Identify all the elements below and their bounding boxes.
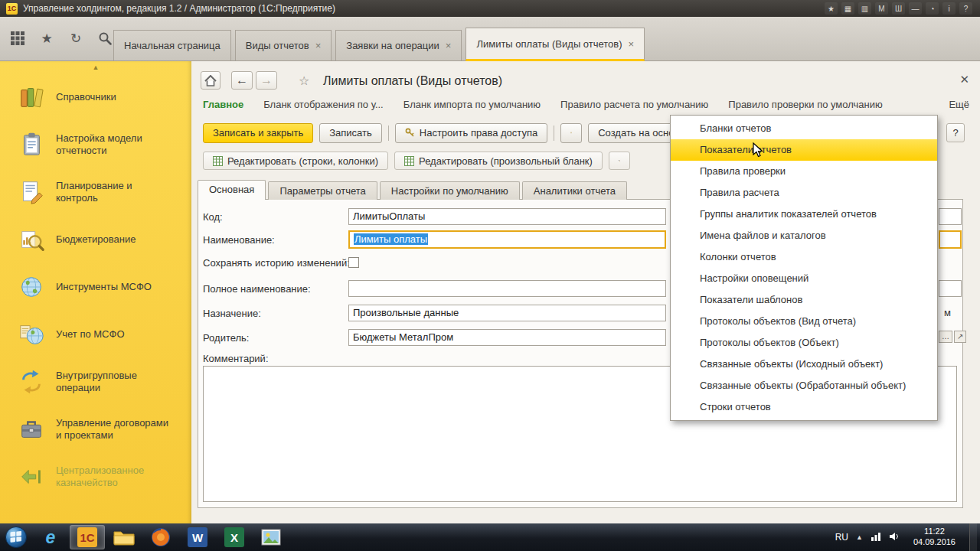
purpose-input[interactable]: Произвольные данные — [348, 305, 666, 321]
report-book-icon[interactable] — [560, 123, 582, 143]
name-input[interactable]: Лимиты оплаты — [348, 230, 666, 249]
form-tab[interactable]: Настройки по умолчанию — [380, 181, 520, 200]
clock-time: 11:22 — [913, 527, 956, 537]
menu-item[interactable]: Бланк отображения по у... — [263, 99, 384, 110]
dropdown-item[interactable]: Протоколы объектов (Объект) — [671, 332, 937, 354]
sidebar-item[interactable]: Инструменты МСФО — [0, 263, 191, 311]
sidebar-item[interactable]: Настройка модели отчетности — [0, 121, 191, 168]
save-history-checkbox[interactable] — [348, 257, 359, 268]
save-and-close-button[interactable]: Записать и закрыть — [203, 123, 313, 143]
menu-item[interactable]: Бланк импорта по умолчанию — [403, 99, 541, 110]
favorites-star-icon[interactable]: ★ — [38, 30, 55, 47]
edit-rows-columns-button[interactable]: Редактировать (строки, колонки) — [203, 152, 388, 170]
taskbar-word[interactable]: W — [180, 525, 215, 549]
open-button[interactable]: ↗ — [954, 331, 966, 343]
hidden-field-fragment[interactable] — [939, 208, 962, 225]
app-tab[interactable]: Лимиты оплаты (Виды отчетов)× — [466, 28, 645, 61]
dropdown-item[interactable]: Показатели отчетов — [671, 139, 937, 161]
parent-input[interactable]: Бюджеты МеталПром — [348, 329, 666, 346]
choose-button[interactable]: … — [939, 331, 952, 343]
save-button[interactable]: Записать — [319, 123, 382, 143]
help-icon[interactable]: ? — [959, 2, 972, 15]
taskbar-1c-enterprise[interactable]: 1С — [70, 525, 105, 549]
dropdown-item[interactable]: Показатели шаблонов — [671, 289, 937, 311]
code-input[interactable]: ЛимитыОплаты — [348, 208, 666, 225]
sidebar-item[interactable]: Планирование и контроль — [0, 168, 191, 216]
letter-m-icon[interactable]: M — [875, 2, 888, 15]
sidebar-item[interactable]: Внутригрупповые операции — [0, 358, 191, 406]
menu-item[interactable]: Главное — [203, 99, 243, 110]
sidebar-item[interactable]: Учет по МСФО — [0, 311, 191, 358]
sidebar-item[interactable]: Бюджетирование — [0, 216, 191, 263]
app-tab[interactable]: Виды отчетов× — [235, 30, 332, 60]
star-icon[interactable]: ★ — [825, 2, 838, 15]
dropdown-item[interactable]: Правила проверки — [671, 161, 937, 182]
start-button[interactable] — [0, 523, 32, 551]
close-tab-icon[interactable]: × — [315, 40, 322, 51]
letter-sh-icon[interactable]: Ш — [892, 2, 905, 15]
dropdown-item[interactable]: Протоколы объектов (Вид отчета) — [671, 311, 937, 332]
close-tab-icon[interactable]: × — [446, 40, 452, 51]
dropdown-item[interactable]: Строки отчетов — [671, 396, 937, 418]
access-rights-button[interactable]: Настроить права доступа — [395, 123, 547, 143]
sidebar-item-label: Централизованное казначейство — [56, 465, 175, 490]
full-name-input[interactable] — [348, 280, 666, 297]
close-form-icon[interactable]: ✕ — [959, 73, 969, 86]
network-icon[interactable] — [871, 532, 881, 543]
dropdown-item[interactable]: Группы аналитик показателей отчетов — [671, 204, 937, 225]
dropdown-item[interactable]: Настройки оповещений — [671, 268, 937, 289]
volume-icon[interactable] — [889, 532, 900, 543]
scroll-up-icon[interactable]: ▲ — [0, 61, 191, 73]
field-buttons-fragment: … ↗ — [939, 331, 966, 343]
dropdown-item[interactable]: Имена файлов и каталогов — [671, 225, 937, 246]
sidebar-item[interactable]: Справочники — [0, 73, 191, 121]
sections-menu-icon[interactable] — [9, 30, 26, 47]
taskbar-explorer-folder[interactable] — [106, 525, 142, 549]
taskbar-firefox[interactable] — [143, 525, 178, 549]
clock-icon[interactable]: ◔ — [926, 2, 939, 15]
forward-arrow-icon[interactable]: → — [256, 71, 277, 90]
dropdown-item[interactable]: Колонки отчетов — [671, 246, 937, 268]
favorite-star-icon[interactable]: ☆ — [299, 73, 309, 88]
calculator-icon[interactable]: ▥ — [858, 2, 871, 15]
dropdown-item[interactable]: Бланки отчетов — [671, 118, 937, 139]
history-icon[interactable]: ↻ — [67, 30, 84, 47]
menu-item[interactable]: Правило проверки по умолчанию — [728, 99, 882, 110]
menu-more-button[interactable]: Ещё — [949, 99, 969, 110]
taskbar-clock[interactable]: 11:22 04.09.2016 — [907, 527, 962, 548]
app-tab[interactable]: Заявки на операции× — [335, 30, 462, 60]
search-icon[interactable] — [96, 30, 113, 47]
dropdown-item[interactable]: Правила расчета — [671, 182, 937, 204]
info-icon[interactable]: i — [942, 2, 956, 15]
taskbar-image-viewer[interactable] — [253, 525, 289, 549]
form-tab[interactable]: Параметры отчета — [268, 181, 377, 200]
toolbar-secondary: Редактировать (строки, колонки) Редактир… — [203, 152, 630, 170]
taskbar-excel[interactable]: X — [217, 525, 252, 549]
code-label: Код: — [203, 211, 223, 223]
arrows-icon — [17, 367, 46, 396]
menu-item[interactable]: Правило расчета по умолчанию — [560, 99, 708, 110]
hidden-field-fragment[interactable] — [939, 280, 962, 297]
app-tab[interactable]: Начальная страница — [113, 30, 231, 60]
dropdown-item[interactable]: Связанные объекты (Обработанный объект) — [671, 375, 937, 396]
hidden-icons-icon[interactable]: ▲ — [856, 533, 863, 541]
key-icon — [405, 128, 415, 138]
calendar-icon[interactable]: ▦ — [841, 2, 854, 15]
close-tab-icon[interactable]: × — [629, 38, 635, 50]
page-title: Лимиты оплаты (Виды отчетов) — [323, 74, 502, 88]
help-button[interactable]: ? — [946, 123, 965, 142]
edit-sheet-icon[interactable] — [609, 152, 630, 170]
sidebar-item[interactable]: Управление договорами и проектами — [0, 406, 191, 453]
language-indicator[interactable]: RU — [835, 532, 848, 543]
show-desktop-button[interactable] — [969, 523, 977, 551]
home-icon[interactable] — [201, 71, 220, 90]
form-tab[interactable]: Аналитики отчета — [522, 181, 627, 200]
taskbar-internet-explorer[interactable]: e — [33, 525, 68, 549]
sidebar-item[interactable]: Централизованное казначейство — [0, 453, 191, 500]
dash-icon[interactable]: — — [909, 2, 922, 15]
back-arrow-icon[interactable]: ← — [231, 71, 253, 90]
edit-custom-blank-button[interactable]: Редактировать (произвольный бланк) — [394, 152, 603, 170]
form-tab[interactable]: Основная — [198, 180, 266, 200]
hidden-field-fragment[interactable] — [939, 230, 962, 249]
dropdown-item[interactable]: Связанные объекты (Исходный объект) — [671, 354, 937, 375]
